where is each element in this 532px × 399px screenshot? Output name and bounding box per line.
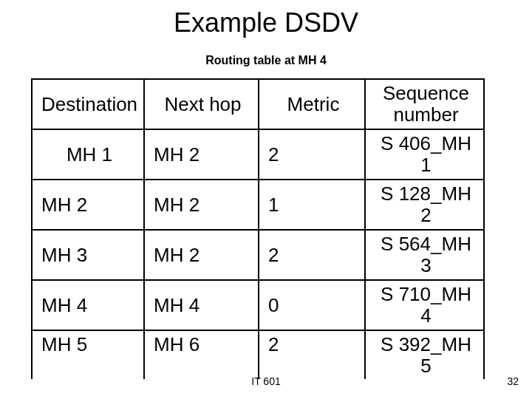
col-header-metric: Metric — [259, 79, 365, 129]
cell-nexthop: MH 6 — [144, 330, 259, 379]
table-row: MH 5 MH 6 2 S 392_MH 5 — [32, 330, 484, 379]
page-number: 32 — [507, 375, 519, 387]
cell-metric: 1 — [259, 180, 365, 230]
table-row: MH 4 MH 4 0 S 710_MH 4 — [32, 280, 484, 330]
cell-metric: 2 — [259, 330, 365, 379]
table-row: MH 1 MH 2 2 S 406_MH 1 — [32, 129, 484, 180]
slide-title: Example DSDV — [0, 7, 532, 38]
table-row: MH 2 MH 2 1 S 128_MH 2 — [32, 180, 484, 230]
footer-center: IT 601 — [0, 375, 532, 387]
cell-destination: MH 2 — [32, 180, 144, 230]
cell-metric: 2 — [259, 129, 365, 180]
cell-nexthop: MH 2 — [144, 180, 259, 230]
cell-metric: 2 — [259, 230, 365, 280]
cell-sequence: S 406_MH 1 — [365, 129, 484, 180]
table-header-row: Destination Next hop Metric Sequence num… — [32, 79, 484, 129]
cell-sequence: S 710_MH 4 — [365, 280, 484, 330]
routing-table: Destination Next hop Metric Sequence num… — [31, 78, 483, 379]
slide-subtitle: Routing table at MH 4 — [0, 54, 532, 67]
cell-destination: MH 5 — [32, 330, 144, 379]
cell-nexthop: MH 2 — [144, 129, 259, 180]
slide: Example DSDV Routing table at MH 4 Desti… — [0, 0, 532, 399]
col-header-destination: Destination — [32, 79, 144, 129]
col-header-nexthop: Next hop — [144, 79, 259, 129]
cell-nexthop: MH 4 — [144, 280, 259, 330]
cell-destination: MH 1 — [32, 129, 144, 180]
cell-sequence: S 564_MH 3 — [365, 230, 484, 280]
cell-sequence: S 392_MH 5 — [365, 330, 484, 379]
cell-nexthop: MH 2 — [144, 230, 259, 280]
cell-sequence: S 128_MH 2 — [365, 180, 484, 230]
col-header-sequence: Sequence number — [365, 79, 484, 129]
cell-metric: 0 — [259, 280, 365, 330]
cell-destination: MH 4 — [32, 280, 144, 330]
cell-destination: MH 3 — [32, 230, 144, 280]
table-row: MH 3 MH 2 2 S 564_MH 3 — [32, 230, 484, 280]
